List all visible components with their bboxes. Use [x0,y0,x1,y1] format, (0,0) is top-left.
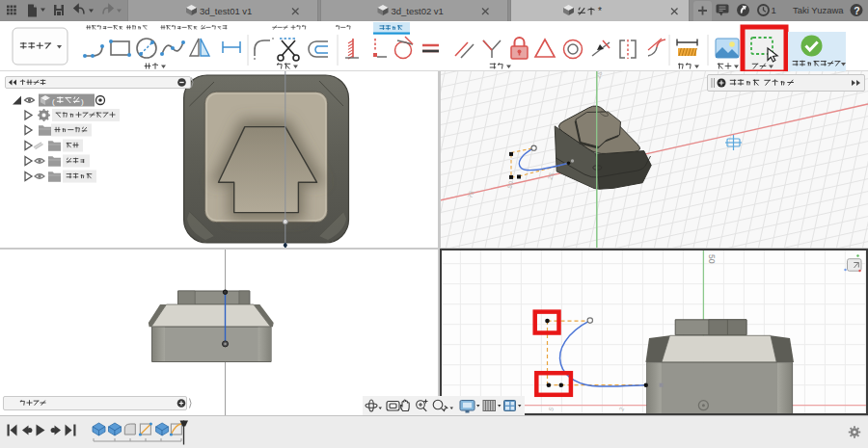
svg-text:50: 50 [707,254,717,264]
svg-text:1: 1 [772,5,776,15]
svg-text:?: ? [854,5,859,16]
svg-text:): ) [81,97,84,106]
svg-text:(: ( [52,97,55,106]
svg-text:Taki Yuzawa: Taki Yuzawa [793,5,844,15]
